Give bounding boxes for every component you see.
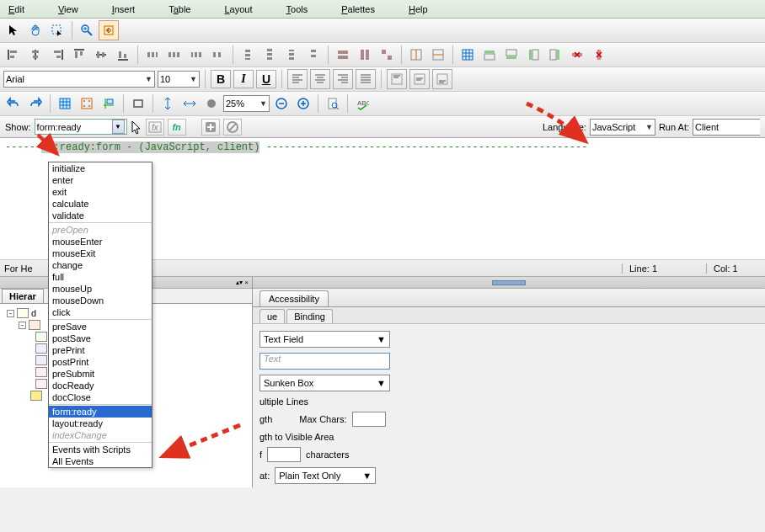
event-option[interactable]: validate xyxy=(49,210,152,221)
valign-bottom-icon[interactable] xyxy=(432,69,452,89)
show-event-combo[interactable]: form:ready ▼ xyxy=(35,119,127,135)
size-h-icon[interactable] xyxy=(355,45,375,65)
align-center-h-icon[interactable] xyxy=(25,45,45,65)
grid-icon[interactable] xyxy=(55,93,75,114)
zoom-tool-icon[interactable] xyxy=(77,20,97,40)
col-right-icon[interactable] xyxy=(545,45,565,65)
valign-top-icon[interactable] xyxy=(387,69,407,89)
tab-binding[interactable]: Binding xyxy=(286,309,333,323)
italic-button[interactable]: I xyxy=(233,70,254,88)
event-option[interactable]: click xyxy=(49,306,152,318)
distribute-h1-icon[interactable] xyxy=(142,45,163,65)
event-option[interactable]: exit xyxy=(49,186,152,198)
hand-tool-icon[interactable] xyxy=(25,20,45,40)
row-above-icon[interactable] xyxy=(479,45,500,65)
undo-icon[interactable] xyxy=(3,93,24,114)
menu-view[interactable]: View xyxy=(58,4,78,14)
distribute-v4-icon[interactable] xyxy=(303,45,324,65)
event-option[interactable]: preSubmit xyxy=(49,368,152,380)
format-combo[interactable]: Plain Text Only▼ xyxy=(275,467,376,484)
menu-layout[interactable]: Layout xyxy=(224,4,252,14)
distribute-h2-icon[interactable] xyxy=(164,45,185,65)
event-option[interactable]: postPrint xyxy=(49,356,152,368)
event-option[interactable]: calculate xyxy=(49,198,152,210)
event-option[interactable]: docClose xyxy=(49,391,152,403)
menu-palettes[interactable]: Palettes xyxy=(341,4,375,14)
functions-button[interactable]: fx xyxy=(146,119,164,136)
align-right-icon[interactable] xyxy=(47,45,67,65)
event-option[interactable]: mouseUp xyxy=(49,283,152,295)
event-option[interactable]: Events with Scripts xyxy=(49,444,152,455)
menu-help[interactable]: Help xyxy=(409,4,428,14)
redo-icon[interactable] xyxy=(25,93,45,114)
distribute-v3-icon[interactable] xyxy=(281,45,302,65)
menu-tools[interactable]: Tools xyxy=(286,4,308,14)
fit-height-icon[interactable] xyxy=(158,93,178,114)
add-script-button[interactable] xyxy=(201,119,220,136)
align-top-icon[interactable] xyxy=(69,45,89,65)
rect-icon[interactable] xyxy=(128,93,148,114)
center-v-icon[interactable] xyxy=(428,45,448,65)
event-option[interactable]: mouseExit xyxy=(49,247,152,259)
event-dropdown-list[interactable]: initializeenterexitcalculatevalidatepreO… xyxy=(48,162,152,468)
script-fn-button[interactable]: fn xyxy=(168,119,186,136)
maxchars-input[interactable] xyxy=(352,412,386,427)
chevron-down-icon[interactable]: ▼ xyxy=(112,120,125,134)
select-tool-icon[interactable] xyxy=(47,20,67,40)
event-option[interactable]: docReady xyxy=(49,380,152,391)
tab-accessibility[interactable]: Accessibility xyxy=(259,290,329,306)
del-col-icon[interactable] xyxy=(589,45,609,65)
menu-insert[interactable]: Insert xyxy=(112,4,136,14)
valign-middle-icon[interactable] xyxy=(409,69,430,89)
caption-input[interactable]: Text xyxy=(259,353,390,370)
table-icon[interactable] xyxy=(457,45,478,65)
of-input[interactable] xyxy=(267,447,301,462)
fit-tool-icon[interactable] xyxy=(99,20,119,40)
del-row-icon[interactable] xyxy=(567,45,587,65)
event-option[interactable]: mouseEnter xyxy=(49,236,152,247)
font-name-combo[interactable]: Arial▼ xyxy=(3,71,155,88)
event-option[interactable]: All Events xyxy=(49,455,152,467)
tab-value[interactable]: ue xyxy=(259,309,285,323)
center-h-icon[interactable] xyxy=(406,45,426,65)
zoom-combo[interactable]: 25%▼ xyxy=(223,95,270,112)
hierarchy-tab[interactable]: Hierar xyxy=(2,289,44,303)
event-option[interactable]: change xyxy=(49,259,152,271)
distribute-h4-icon[interactable] xyxy=(208,45,228,65)
size-w-icon[interactable] xyxy=(333,45,353,65)
align-bottom-icon[interactable] xyxy=(113,45,133,65)
menu-edit[interactable]: Edit xyxy=(8,4,24,14)
panel-menu-icon[interactable]: ▴▾ xyxy=(236,279,243,286)
event-option[interactable]: form:ready xyxy=(49,406,152,418)
event-option[interactable]: initialize xyxy=(49,162,152,174)
event-option[interactable]: postSave xyxy=(49,332,152,344)
event-option[interactable]: preSave xyxy=(49,321,152,332)
justify-right-icon[interactable] xyxy=(333,69,353,89)
distribute-v2-icon[interactable] xyxy=(259,45,280,65)
row-below-icon[interactable] xyxy=(501,45,522,65)
bold-button[interactable]: B xyxy=(211,70,231,88)
guides-icon[interactable] xyxy=(99,93,119,114)
event-option[interactable]: full xyxy=(49,271,152,283)
event-option[interactable]: enter xyxy=(49,174,152,186)
justify-center-icon[interactable] xyxy=(310,69,330,89)
distribute-h3-icon[interactable] xyxy=(186,45,206,65)
spellcheck-icon[interactable]: ABC xyxy=(352,93,372,114)
zoom-out-icon[interactable] xyxy=(271,93,292,114)
underline-button[interactable]: U xyxy=(256,70,276,88)
fit-width-icon[interactable] xyxy=(179,93,200,114)
align-left-icon[interactable] xyxy=(3,45,24,65)
disable-script-button[interactable] xyxy=(223,119,242,136)
appearance-combo[interactable]: Sunken Box▼ xyxy=(259,375,390,391)
size-both-icon[interactable] xyxy=(377,45,397,65)
panel-close-icon[interactable]: × xyxy=(244,279,249,286)
language-combo[interactable]: JavaScript▼ xyxy=(590,119,655,136)
align-middle-v-icon[interactable] xyxy=(91,45,111,65)
preview-icon[interactable] xyxy=(323,93,343,114)
circle-icon[interactable] xyxy=(201,93,222,114)
snap-icon[interactable] xyxy=(77,93,97,114)
event-option[interactable]: preOpen xyxy=(49,224,152,236)
event-option[interactable]: layout:ready xyxy=(49,418,152,429)
event-option[interactable]: indexChange xyxy=(49,429,152,441)
justify-full-icon[interactable] xyxy=(356,69,376,89)
